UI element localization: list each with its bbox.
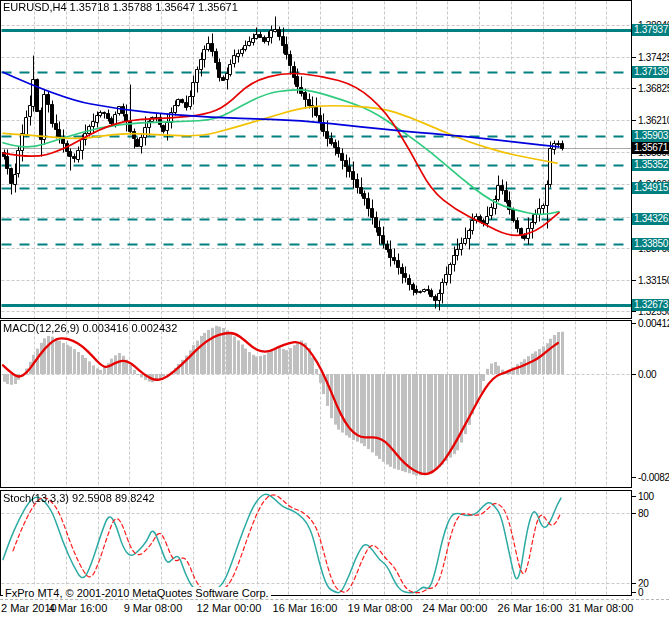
sr-price-badge: 1.33850 <box>632 238 669 250</box>
main-chart-canvas[interactable] <box>1 1 631 318</box>
macd-panel <box>0 320 632 488</box>
macd-scale-label: -0.00828 <box>638 472 669 483</box>
sr-price-badge: 1.32673 <box>632 299 669 311</box>
copyright-text: FxPro MT4, © 2001-2010 MetaQuotes Softwa… <box>3 587 271 599</box>
time-tick-label: 31 Mar 08:00 <box>569 602 634 614</box>
price-tick-label: 1.33150 <box>638 275 669 286</box>
macd-scale-label: 0.00 <box>638 369 656 380</box>
time-tick-label: 19 Mar 08:00 <box>348 602 413 614</box>
main-chart-panel <box>0 0 632 319</box>
time-tick-label: 26 Mar 16:00 <box>498 602 563 614</box>
stoch-indicator-label: Stoch(13,3,3) 92.5908 89.8242 <box>3 492 155 504</box>
sr-price-badge: 1.34326 <box>632 213 669 225</box>
sr-price-badge: 1.35903 <box>632 130 669 142</box>
time-tick-label: 4 Mar 16:00 <box>49 602 108 614</box>
macd-indicator-label: MACD(12,26,9) 0.003416 0.002432 <box>3 322 177 334</box>
macd-scale-label: 0.00412 <box>638 318 669 329</box>
axis-tick-mark <box>632 120 636 121</box>
stoch-scale-label: 0 <box>638 587 643 598</box>
axis-tick-mark <box>632 496 636 497</box>
price-tick-label: 1.37425 <box>638 52 669 63</box>
stoch-scale-label: 80 <box>638 508 649 519</box>
sr-price-badge: 1.37139 <box>632 66 669 78</box>
price-tick-label: 1.36210 <box>638 115 669 126</box>
axis-tick-mark <box>632 374 636 375</box>
axis-tick-mark <box>632 280 636 281</box>
time-tick-label: 12 Mar 00:00 <box>197 602 262 614</box>
time-axis[interactable]: 2 Mar 20104 Mar 16:009 Mar 08:0012 Mar 0… <box>0 601 632 617</box>
axis-tick-mark <box>632 311 636 312</box>
time-tick-label: 9 Mar 08:00 <box>124 602 183 614</box>
sr-price-badge: 1.35352 <box>632 159 669 171</box>
axis-tick-mark <box>632 592 636 593</box>
axis-tick-mark <box>632 583 636 584</box>
sr-price-badge: 1.34915 <box>632 182 669 194</box>
time-tick-label: 16 Mar 16:00 <box>273 602 338 614</box>
mt4-chart-window: EURUSD,H4 1.35718 1.35788 1.35647 1.3567… <box>0 0 669 621</box>
axis-tick-mark <box>632 88 636 89</box>
axis-tick-mark <box>632 57 636 58</box>
stoch-panel <box>0 490 632 596</box>
current-price-badge: 1.35671 <box>632 142 669 154</box>
time-tick-label: 24 Mar 00:00 <box>423 602 488 614</box>
time-axis-separator <box>0 599 669 600</box>
price-tick-label: 1.36825 <box>638 83 669 94</box>
sr-price-badge: 1.37937 <box>632 24 669 36</box>
chart-title: EURUSD,H4 1.35718 1.35788 1.35647 1.3567… <box>3 1 238 13</box>
axis-tick-mark <box>632 477 636 478</box>
stoch-scale-label: 100 <box>638 491 654 502</box>
axis-tick-mark <box>632 513 636 514</box>
stoch-canvas[interactable] <box>1 491 631 595</box>
axis-tick-mark <box>632 323 636 324</box>
macd-canvas[interactable] <box>1 321 631 487</box>
price-axis[interactable]: 1.380401.374251.368251.362101.355951.349… <box>632 0 669 621</box>
